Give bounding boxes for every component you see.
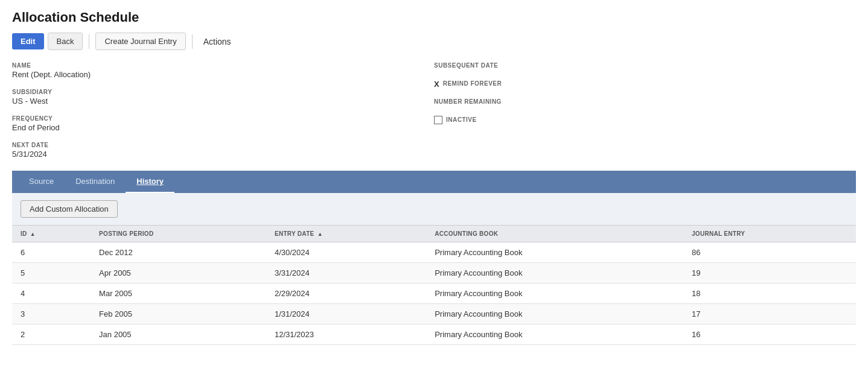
sort-icon-entry-date: ▲ — [318, 231, 323, 237]
col-journal-entry: JOURNAL ENTRY — [683, 226, 856, 242]
form-section: NAME Rent (Dept. Allocation) SUBSIDIARY … — [12, 62, 856, 159]
next-date-label: NEXT DATE — [12, 142, 434, 148]
inactive-field: INACTIVE — [434, 116, 856, 124]
subsidiary-label: SUBSIDIARY — [12, 89, 434, 95]
table-body: 6 Dec 2012 4/30/2024 Primary Accounting … — [12, 242, 856, 345]
page-container: Allocation Schedule Edit Back Create Jou… — [0, 0, 868, 383]
number-remaining-field: NUMBER REMAINING — [434, 98, 856, 106]
toolbar: Edit Back Create Journal Entry Actions — [12, 33, 856, 50]
actions-menu[interactable]: Actions — [199, 33, 236, 50]
create-journal-button[interactable]: Create Journal Entry — [95, 33, 185, 50]
cell-accounting-book: Primary Accounting Book — [426, 283, 683, 304]
cell-journal-entry: 16 — [683, 324, 856, 345]
cell-journal-entry: 86 — [683, 242, 856, 263]
table-row: 6 Dec 2012 4/30/2024 Primary Accounting … — [12, 242, 856, 263]
cell-posting-period: Jan 2005 — [91, 324, 266, 345]
cell-entry-date: 3/31/2024 — [266, 263, 426, 283]
table-row: 3 Feb 2005 1/31/2024 Primary Accounting … — [12, 304, 856, 324]
name-value: Rent (Dept. Allocation) — [12, 70, 434, 79]
table-row: 2 Jan 2005 12/31/2023 Primary Accounting… — [12, 324, 856, 345]
cell-accounting-book: Primary Accounting Book — [426, 304, 683, 324]
next-date-field: NEXT DATE 5/31/2024 — [12, 142, 434, 159]
frequency-label: FREQUENCY — [12, 115, 434, 122]
cell-journal-entry: 17 — [683, 304, 856, 324]
tab-source[interactable]: Source — [18, 171, 65, 193]
sort-icon-id: ▲ — [30, 231, 36, 237]
table-row: 4 Mar 2005 2/29/2024 Primary Accounting … — [12, 283, 856, 304]
cell-journal-entry: 19 — [683, 263, 856, 283]
form-right: SUBSEQUENT DATE X REMIND FOREVER NUMBER … — [434, 62, 856, 159]
cell-entry-date: 2/29/2024 — [266, 283, 426, 304]
cell-accounting-book: Primary Accounting Book — [426, 324, 683, 345]
cell-posting-period: Mar 2005 — [91, 283, 266, 304]
name-field: NAME Rent (Dept. Allocation) — [12, 62, 434, 79]
cell-accounting-book: Primary Accounting Book — [426, 263, 683, 283]
tab-destination[interactable]: Destination — [65, 171, 126, 193]
cell-id: 2 — [12, 324, 91, 345]
table-header: ID ▲ POSTING PERIOD ENTRY DATE ▲ ACCOUNT… — [12, 226, 856, 242]
inactive-label: INACTIVE — [446, 116, 477, 123]
cell-id: 3 — [12, 304, 91, 324]
next-date-value: 5/31/2024 — [12, 150, 434, 159]
subsequent-date-label: SUBSEQUENT DATE — [434, 62, 856, 69]
remind-forever-field: X REMIND FOREVER — [434, 80, 856, 89]
frequency-field: FREQUENCY End of Period — [12, 115, 434, 132]
col-entry-date: ENTRY DATE ▲ — [266, 226, 426, 242]
cell-id: 4 — [12, 283, 91, 304]
cell-posting-period: Apr 2005 — [91, 263, 266, 283]
name-label: NAME — [12, 62, 434, 69]
tab-content-area: Add Custom Allocation — [12, 193, 856, 226]
cell-id: 6 — [12, 242, 91, 263]
back-button[interactable]: Back — [48, 33, 83, 50]
history-table: ID ▲ POSTING PERIOD ENTRY DATE ▲ ACCOUNT… — [12, 226, 856, 345]
remind-forever-x: X — [434, 80, 439, 89]
cell-posting-period: Feb 2005 — [91, 304, 266, 324]
cell-entry-date: 12/31/2023 — [266, 324, 426, 345]
cell-id: 5 — [12, 263, 91, 283]
form-left: NAME Rent (Dept. Allocation) SUBSIDIARY … — [12, 62, 434, 159]
tabs-bar: Source Destination History — [12, 171, 856, 193]
cell-posting-period: Dec 2012 — [91, 242, 266, 263]
cell-entry-date: 1/31/2024 — [266, 304, 426, 324]
cell-accounting-book: Primary Accounting Book — [426, 242, 683, 263]
page-title: Allocation Schedule — [12, 10, 856, 25]
remind-forever-label: REMIND FOREVER — [443, 80, 502, 87]
toolbar-divider-2 — [192, 34, 193, 49]
cell-entry-date: 4/30/2024 — [266, 242, 426, 263]
col-accounting-book: ACCOUNTING BOOK — [426, 226, 683, 242]
subsequent-date-field: SUBSEQUENT DATE — [434, 62, 856, 70]
col-id: ID ▲ — [12, 226, 91, 242]
number-remaining-label: NUMBER REMAINING — [434, 98, 856, 105]
inactive-checkbox[interactable] — [434, 116, 442, 124]
tab-history[interactable]: History — [126, 171, 174, 193]
toolbar-divider — [89, 34, 89, 49]
subsidiary-value: US - West — [12, 97, 434, 106]
frequency-value: End of Period — [12, 123, 434, 132]
cell-journal-entry: 18 — [683, 283, 856, 304]
col-posting-period: POSTING PERIOD — [91, 226, 266, 242]
add-custom-allocation-button[interactable]: Add Custom Allocation — [21, 200, 118, 218]
subsidiary-field: SUBSIDIARY US - West — [12, 89, 434, 106]
table-row: 5 Apr 2005 3/31/2024 Primary Accounting … — [12, 263, 856, 283]
edit-button[interactable]: Edit — [12, 33, 44, 49]
